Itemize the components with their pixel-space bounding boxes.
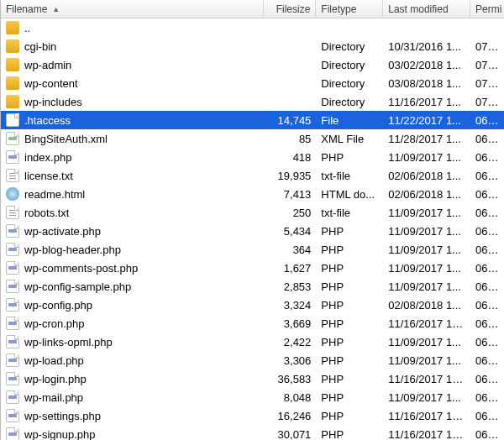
file-row[interactable]: wp-contentDirectory03/08/2018 1...0755 [1, 74, 504, 92]
cell-filetype: PHP [316, 151, 383, 164]
file-row[interactable]: wp-config.php3,324PHP02/08/2018 1...0644 [1, 296, 504, 314]
cell-filesize: 250 [264, 207, 316, 219]
header-filesize-label: Filesize [276, 3, 311, 15]
file-row[interactable]: cgi-binDirectory10/31/2016 1...0755 [1, 37, 504, 55]
cell-filetype: XML File [316, 133, 383, 145]
cell-permissions: 0644 [470, 280, 504, 293]
php-file-icon [6, 354, 19, 367]
cell-filename: wp-settings.php [1, 409, 264, 422]
cell-filename: index.php [1, 150, 264, 164]
file-row[interactable]: wp-links-opml.php2,422PHP11/09/2017 1...… [1, 333, 504, 351]
php-file-icon [6, 317, 19, 330]
file-row[interactable]: wp-comments-post.php1,627PHP11/09/2017 1… [1, 259, 504, 277]
php-file-icon [6, 409, 19, 422]
cell-filename: wp-links-opml.php [1, 335, 264, 348]
cell-filename: .. [1, 21, 264, 34]
cell-filetype: txt-file [316, 207, 383, 219]
filename-label: readme.html [24, 188, 85, 201]
header-filetype[interactable]: Filetype [316, 0, 383, 18]
file-row[interactable]: readme.html7,413HTML do...02/06/2018 1..… [1, 185, 504, 203]
file-row[interactable]: wp-cron.php3,669PHP11/16/2017 11...0644 [1, 314, 504, 333]
php-file-icon [6, 427, 19, 440]
cell-filesize: 2,422 [264, 336, 316, 348]
cell-permissions: 0644 [470, 170, 504, 182]
filename-label: wp-config-sample.php [24, 280, 131, 293]
cell-filesize: 418 [264, 151, 316, 164]
header-filesize[interactable]: Filesize [264, 0, 316, 18]
cell-filetype: PHP [316, 280, 383, 293]
cell-filesize: 3,669 [264, 317, 316, 330]
cell-filesize: 85 [264, 133, 316, 145]
sort-indicator-icon: ▲ [52, 5, 60, 13]
filename-label: wp-links-opml.php [24, 336, 113, 348]
php-file-icon [6, 261, 19, 275]
cell-permissions: 0644 [470, 410, 504, 422]
cell-filesize: 19,935 [264, 170, 316, 182]
cell-last-modified: 11/28/2017 1... [383, 133, 470, 145]
file-icon [6, 113, 19, 127]
php-file-icon [6, 224, 19, 238]
file-row[interactable]: wp-config-sample.php2,853PHP11/09/2017 1… [1, 277, 504, 296]
php-file-icon [6, 243, 19, 256]
txt-file-icon [6, 169, 19, 182]
filename-label: robots.txt [24, 207, 69, 219]
file-row[interactable]: BingSiteAuth.xml85XML File11/28/2017 1..… [1, 129, 504, 148]
cell-filetype: PHP [316, 299, 383, 312]
php-file-icon [6, 150, 19, 164]
cell-filename: robots.txt [1, 206, 264, 219]
cell-filetype: PHP [316, 410, 383, 422]
file-row[interactable]: wp-activate.php5,434PHP11/09/2017 1...06… [1, 222, 504, 240]
cell-permissions: 0644 [470, 373, 504, 385]
cell-filetype: PHP [316, 373, 383, 385]
file-row[interactable]: .htaccess14,745File11/22/2017 1...0644 [1, 111, 504, 129]
folder-icon [6, 39, 19, 53]
cell-filetype: PHP [316, 354, 383, 367]
file-row[interactable]: wp-mail.php8,048PHP11/09/2017 1...0644 [1, 388, 504, 406]
file-row[interactable]: wp-includesDirectory11/16/2017 1...0755 [1, 92, 504, 111]
file-row[interactable]: .. [1, 18, 504, 37]
cell-filesize: 5,434 [264, 225, 316, 238]
php-file-icon [6, 298, 19, 312]
filename-label: wp-settings.php [24, 410, 101, 422]
cell-filename: wp-signup.php [1, 427, 264, 440]
file-row[interactable]: license.txt19,935txt-file02/06/2018 1...… [1, 166, 504, 185]
file-row[interactable]: robots.txt250txt-file11/09/2017 1...0644 [1, 203, 504, 222]
cell-filesize: 14,745 [264, 114, 316, 127]
cell-filesize: 364 [264, 244, 316, 256]
cell-filetype: Directory [316, 40, 383, 53]
cell-filename: wp-cron.php [1, 317, 264, 330]
cell-permissions: 0644 [470, 244, 504, 256]
file-row[interactable]: wp-signup.php30,071PHP11/16/2017 11...06… [1, 425, 504, 440]
file-row[interactable]: wp-settings.php16,246PHP11/16/2017 11...… [1, 406, 504, 425]
cell-last-modified: 11/09/2017 1... [383, 151, 470, 164]
header-filename[interactable]: Filename ▲ [1, 0, 264, 18]
cell-filesize: 30,071 [264, 428, 316, 441]
header-last-modified[interactable]: Last modified [383, 0, 470, 18]
cell-filename: wp-admin [1, 58, 264, 71]
file-row[interactable]: wp-blog-header.php364PHP11/09/2017 1...0… [1, 240, 504, 259]
cell-filesize: 1,627 [264, 262, 316, 275]
cell-permissions: 0644 [470, 354, 504, 367]
filename-label: wp-includes [24, 96, 82, 108]
header-filename-label: Filename [6, 3, 47, 15]
cell-permissions: 0644 [470, 188, 504, 201]
header-last-modified-label: Last modified [388, 3, 448, 15]
cell-last-modified: 11/09/2017 1... [383, 262, 470, 275]
cell-permissions: 0755 [470, 96, 504, 108]
cell-permissions: 0644 [470, 114, 504, 127]
cell-permissions: 0644 [470, 336, 504, 348]
file-row[interactable]: wp-adminDirectory03/02/2018 1...0755 [1, 55, 504, 74]
file-row[interactable]: wp-load.php3,306PHP11/09/2017 1...0644 [1, 351, 504, 369]
cell-filename: wp-comments-post.php [1, 261, 264, 275]
filename-label: wp-blog-header.php [24, 244, 121, 256]
php-file-icon [6, 390, 19, 404]
cell-filetype: PHP [316, 244, 383, 256]
cell-filesize: 2,853 [264, 280, 316, 293]
cell-permissions: 0644 [470, 299, 504, 312]
header-permissions[interactable]: Permi [470, 0, 504, 18]
cell-last-modified: 11/16/2017 1... [383, 96, 470, 108]
cell-last-modified: 02/06/2018 1... [383, 170, 470, 182]
file-row[interactable]: wp-login.php36,583PHP11/16/2017 11...064… [1, 369, 504, 388]
file-row[interactable]: index.php418PHP11/09/2017 1...0644 [1, 148, 504, 166]
cell-filename: wp-blog-header.php [1, 243, 264, 256]
